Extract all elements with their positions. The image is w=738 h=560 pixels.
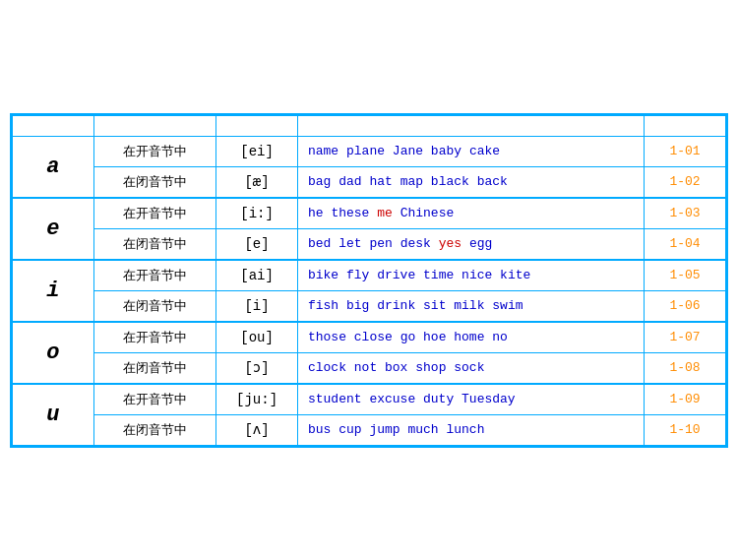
vowel-letter-o: o [13,322,94,384]
context-cell: 在开音节中 [93,136,215,166]
context-cell: 在开音节中 [93,322,215,353]
examples-cell: bike fly drive time nice kite [297,260,644,291]
header-code [645,115,726,136]
examples-cell: name plane Jane baby cake [297,136,644,166]
examples-cell: clock not box shop sock [297,352,644,384]
header-phonetic [216,115,298,136]
header-context [93,115,215,136]
phonetic-cell: [æ] [216,166,298,198]
context-cell: 在闭音节中 [93,228,215,260]
examples-cell: those close go hoe home no [297,322,644,353]
examples-cell: bag dad hat map black back [297,166,644,198]
examples-cell: student excuse duty Tuesday [297,384,644,415]
phonetic-cell: [ju:] [216,384,298,415]
code-cell: 1-06 [645,290,726,322]
phonetic-cell: [ei] [216,136,298,166]
examples-cell: bus cup jump much lunch [297,414,644,445]
code-cell: 1-03 [645,198,726,229]
context-cell: 在闭音节中 [93,290,215,322]
phonetic-cell: [ai] [216,260,298,291]
vowel-letter-a: a [13,136,94,198]
context-cell: 在闭音节中 [93,352,215,384]
vowel-letter-e: e [13,198,94,260]
phonetic-cell: [e] [216,228,298,260]
code-cell: 1-08 [645,352,726,384]
context-cell: 在闭音节中 [93,166,215,198]
examples-cell: bed let pen desk yes egg [297,228,644,260]
phonetic-cell: [ou] [216,322,298,353]
code-cell: 1-02 [645,166,726,198]
vowel-letter-i: i [13,260,94,322]
context-cell: 在闭音节中 [93,414,215,445]
phonetic-cell: [i] [216,290,298,322]
main-table: a在开音节中[ei]name plane Jane baby cake1-01在… [10,113,728,448]
header-vowel [13,115,94,136]
header-examples [297,115,644,136]
context-cell: 在开音节中 [93,384,215,415]
code-cell: 1-09 [645,384,726,415]
context-cell: 在开音节中 [93,198,215,229]
vowel-letter-u: u [13,384,94,446]
phonetic-cell: [ɔ] [216,352,298,384]
context-cell: 在开音节中 [93,260,215,291]
code-cell: 1-04 [645,228,726,260]
code-cell: 1-01 [645,136,726,166]
code-cell: 1-07 [645,322,726,353]
examples-cell: fish big drink sit milk swim [297,290,644,322]
code-cell: 1-10 [645,414,726,445]
phonetic-cell: [ʌ] [216,414,298,445]
phonetic-cell: [i:] [216,198,298,229]
examples-cell: he these me Chinese [297,198,644,229]
code-cell: 1-05 [645,260,726,291]
